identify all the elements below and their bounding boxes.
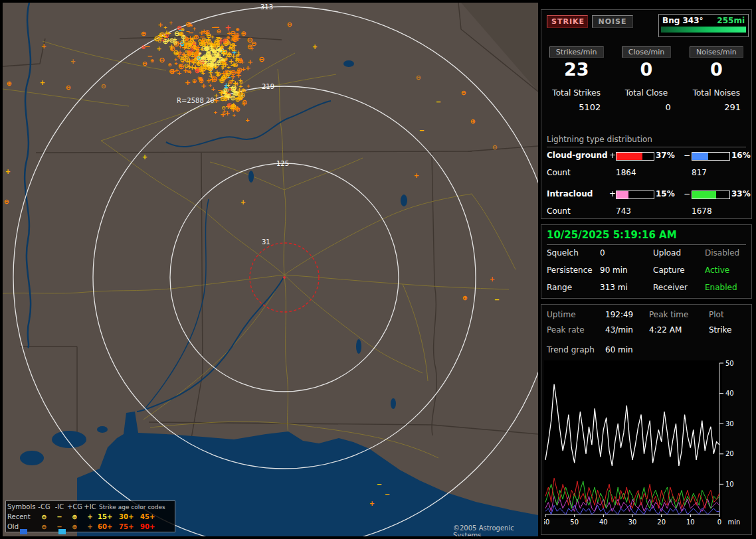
x-tick-label: 10 [686,518,695,526]
strike-symbol: + [41,42,47,50]
strike-symbol: ⊕ [205,29,209,35]
strike-symbol: ⊕ [232,35,238,44]
strikes-per-min-value: 23 [541,59,611,80]
copyright-text: ©2005 Astrogenic Systems [453,524,538,536]
trend-graph-label: Trend graph [547,345,595,354]
strikes-per-min-button[interactable]: Strikes/min [549,46,604,58]
strike-symbol: ⊖ [159,56,165,64]
upload-status: Disabled [705,248,739,258]
plot-value[interactable]: Strike [709,325,732,335]
strike-symbol: − [385,491,390,498]
strike-symbol: + [214,68,220,77]
squelch-label: Squelch [547,248,579,258]
strike-symbol: ⊕ [198,76,203,82]
strike-symbol: + [215,51,220,58]
cg-negative-percent: 16% [731,151,751,160]
ic-negative-percent: 33% [731,189,751,198]
receiver-location-dot [283,276,286,279]
total-noises-label: Total Noises [682,88,751,98]
strike-symbol: + [240,198,246,206]
strike-symbol: ⊖ [251,40,256,47]
strike-symbol: ⊕ [470,117,476,125]
cloud-ground-count-row: Count 1864 817 [541,168,751,180]
distribution-title: Lightning type distribution [547,135,746,147]
strike-symbol: ⊖ [287,21,292,28]
legend-type-col: -IC [52,503,67,510]
rate-row: Strikes/min 23 Close/min 0 Noises/min 0 [541,44,751,80]
receiver-status: Enabled [705,283,737,292]
strike-mode-button[interactable]: STRIKE [547,15,588,28]
legend-age-code: 60+ [98,523,119,530]
y-tick-label: 40 [725,390,734,397]
plus-sign: + [609,151,616,160]
cloud-ground-row: Cloud-ground + 37% − 16% [541,151,751,163]
x-tick-label: 60 [544,518,549,526]
peak-time-label: Peak time [649,310,688,319]
ic-positive-bar [616,191,654,199]
strike-symbol: ⊕ [150,58,154,64]
strike-symbol: ⊖ [142,60,147,67]
legend-symbols-label: Symbols [7,503,37,510]
persistence-value: 90 min [600,266,628,275]
legend-type-col: +CG [67,503,82,510]
legend-header-row: Symbols-CG-IC+CG+ICStrike age color code… [7,502,173,512]
x-tick-label: 20 [657,518,666,526]
cg-negative-bar [692,152,730,161]
close-per-min-button[interactable]: Close/min [622,46,671,58]
strike-symbol: + [171,68,176,75]
bearing-display: Bng 343° 255mi [658,14,749,37]
receiver-label: Receiver [653,283,688,292]
persistence-label: Persistence [547,266,593,275]
range-ring-label: 313 [260,3,273,11]
lightning-map[interactable]: 31321912531 −++⊕⊖⊕⊖⊕+⊕+⊖+++⊖⊖+++⊕−+⊖⊕+++… [3,3,538,536]
strike-symbol: + [213,110,217,116]
trend-label-row: Trend graph 60 min [541,345,751,360]
strike-symbol: + [201,70,205,76]
close-per-min-value: 0 [611,59,681,80]
strike-symbol: + [234,54,240,62]
x-tick-label: 30 [628,518,637,526]
noises-rate-col: Noises/min 0 [682,44,751,80]
status-row: Squelch 0 Upload Disabled [541,248,751,262]
squelch-value: 0 [600,248,605,258]
strike-symbol: + [40,79,45,86]
map-canvas: 31321912531 −++⊕⊖⊕⊖⊕+⊕+⊖+++⊖⊖+++⊕−+⊖⊕+++… [3,3,538,536]
intracloud-label: Intracloud [547,189,593,198]
y-tick-label: 10 [725,481,734,488]
cg-negative-count: 817 [692,168,707,177]
strike-symbol: + [157,21,163,29]
uptime-value: 192:49 [605,310,633,319]
trend-window-value: 60 min [605,345,633,354]
ic-negative-count: 1678 [692,206,712,216]
x-tick-label: 50 [570,518,579,526]
peak-time-value: 4:22 AM [649,325,682,335]
strike-symbol: ⊖ [188,23,193,29]
status-box: 10/25/2025 5:19:16 AM Squelch 0 Upload D… [541,224,752,299]
legend-age-code: 90+ [140,523,161,530]
strike-symbol: ⊖ [207,59,213,67]
legend-row: Recent⊖−⊕+15+30+45+ [7,512,173,522]
noises-per-min-button[interactable]: Noises/min [690,46,743,58]
signal-strength-bar [661,27,746,33]
strike-symbol: + [227,86,232,92]
uptime-row: Uptime 192:49 Peak time Plot [541,310,751,325]
strike-symbol: + [223,109,227,115]
legend-strike-symbol: ⊕ [67,523,82,530]
noise-mode-button[interactable]: NOISE [592,15,633,28]
strike-symbol: − [436,98,441,106]
strike-symbol: + [241,66,246,72]
strike-symbol: + [174,57,178,62]
intracloud-row: Intracloud + 15% − 33% [541,189,751,201]
map-legend: Symbols-CG-IC+CG+ICStrike age color code… [5,501,175,532]
cg-positive-bar [616,152,654,161]
strike-symbol: − [211,24,216,31]
strike-symbol: + [163,34,167,40]
cloud-ground-label: Cloud-ground [547,151,608,160]
capture-status: Active [705,266,729,275]
bearing-label: Bng 343° [662,16,704,25]
strike-stats-box: STRIKE NOISE Bng 343° 255mi Strikes/min … [541,9,752,219]
strike-symbol: + [211,86,215,92]
strike-symbol: − [419,127,425,134]
strikes-rate-col: Strikes/min 23 [541,44,611,80]
plus-sign: + [609,189,616,198]
